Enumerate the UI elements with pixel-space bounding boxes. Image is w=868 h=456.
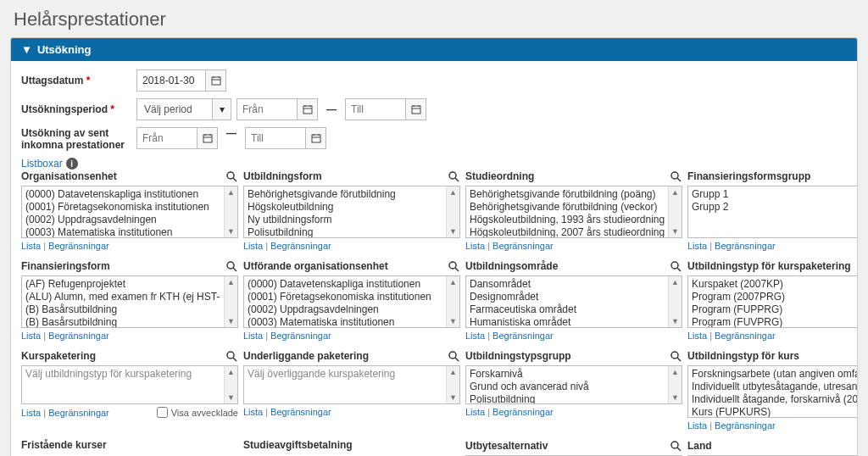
period-from[interactable] xyxy=(236,98,318,120)
calendar-icon[interactable] xyxy=(197,128,217,148)
studieavgift-cell: Studieavgiftsbetalning xyxy=(243,439,465,456)
utbildningsform-title: Utbildningsform xyxy=(243,170,322,182)
scrollbar[interactable]: ▲▼ xyxy=(446,186,459,237)
chevron-down-icon[interactable]: ▾ xyxy=(212,99,231,120)
utb-typ-kurspaketering-listbox[interactable]: Kurspaket (2007KP) Program (2007PRG) Pro… xyxy=(687,275,858,328)
info-icon[interactable]: i xyxy=(66,158,78,170)
search-icon[interactable] xyxy=(447,170,460,183)
period-select[interactable]: Välj period ▾ xyxy=(136,98,231,120)
lista-link[interactable]: Lista xyxy=(243,241,263,251)
period-from-input[interactable] xyxy=(237,99,297,120)
calendar-icon[interactable] xyxy=(297,99,317,120)
begransningar-link[interactable]: Begränsningar xyxy=(492,331,554,341)
listboxar-link[interactable]: Listboxar xyxy=(21,158,63,170)
org-enhet-title: Organisationsenhet xyxy=(21,170,117,182)
begransningar-link[interactable]: Begränsningar xyxy=(270,331,331,341)
scrollbar[interactable]: ▲▼ xyxy=(668,366,682,403)
search-icon[interactable] xyxy=(669,349,682,363)
svg-line-31 xyxy=(455,268,459,271)
search-icon[interactable] xyxy=(669,170,682,183)
scrollbar[interactable]: ▲▼ xyxy=(668,276,682,327)
begransningar-link[interactable]: Begränsningar xyxy=(715,241,776,251)
calendar-icon[interactable] xyxy=(305,128,326,148)
lista-link[interactable]: Lista xyxy=(465,241,485,251)
org-enhet-listbox[interactable]: (0000) Datavetenskapliga institutionen (… xyxy=(21,186,238,238)
svg-point-40 xyxy=(671,352,678,359)
utforande-org-title: Utförande organisationsenhet xyxy=(243,260,388,272)
begransningar-link[interactable]: Begränsningar xyxy=(715,420,776,431)
uttagsdatum-label: Uttagsdatum * xyxy=(21,75,131,86)
finans-form-cell: Finansieringsform (AF) Refugenprojektet … xyxy=(21,259,243,349)
period-to-input[interactable] xyxy=(346,99,405,120)
svg-point-44 xyxy=(671,442,678,448)
svg-line-41 xyxy=(677,358,681,361)
lista-link[interactable]: Lista xyxy=(243,407,263,417)
search-icon[interactable] xyxy=(447,349,460,363)
lista-link[interactable]: Lista xyxy=(687,331,707,341)
lista-link[interactable]: Lista xyxy=(21,241,41,251)
search-icon[interactable] xyxy=(225,170,238,183)
lista-link[interactable]: Lista xyxy=(687,420,707,431)
utsokningsperiod-row: Utsökningsperiod * Välj period ▾ — xyxy=(21,98,847,120)
lista-link[interactable]: Lista xyxy=(21,408,41,418)
sent-from[interactable] xyxy=(136,127,218,149)
panel-header[interactable]: ▼ Utsökning xyxy=(11,38,857,61)
scrollbar[interactable]: ▲▼ xyxy=(668,186,682,237)
lista-link[interactable]: Lista xyxy=(465,407,485,417)
studieordning-listbox[interactable]: Behörighetsgivande förutbildning (poäng)… xyxy=(465,186,682,238)
begransningar-link[interactable]: Begränsningar xyxy=(48,241,109,251)
utbildningsform-listbox[interactable]: Behörighetsgivande förutbildning Högskol… xyxy=(243,186,460,238)
utb-typ-kurs-listbox[interactable]: Forskningsarbete (utan angiven omfattnin… xyxy=(687,365,858,418)
utb-typ-kurs-title: Utbildningstyp för kurs xyxy=(687,350,799,362)
lista-link[interactable]: Lista xyxy=(21,331,41,341)
search-icon[interactable] xyxy=(669,439,682,453)
uttagsdatum-field[interactable] xyxy=(136,70,226,92)
begransningar-link[interactable]: Begränsningar xyxy=(492,241,554,251)
begransningar-link[interactable]: Begränsningar xyxy=(270,407,331,417)
utbildningsomrade-listbox[interactable]: Dansområdet Designområdet Farmaceutiska … xyxy=(465,275,682,328)
period-to[interactable] xyxy=(345,98,426,120)
sent-from-input[interactable] xyxy=(137,128,197,148)
begransningar-link[interactable]: Begränsningar xyxy=(715,331,776,341)
svg-rect-8 xyxy=(412,106,420,114)
uttagsdatum-input[interactable] xyxy=(137,70,205,91)
sent-to[interactable] xyxy=(245,127,326,149)
search-icon[interactable] xyxy=(225,259,238,273)
svg-point-20 xyxy=(227,172,234,179)
begransningar-link[interactable]: Begränsningar xyxy=(48,331,109,341)
search-icon[interactable] xyxy=(447,259,460,273)
underliggande-listbox[interactable]: Välj överliggande kurspaketering ▲▼ xyxy=(243,365,460,404)
lista-link[interactable]: Lista xyxy=(465,331,485,341)
scrollbar[interactable]: ▲▼ xyxy=(446,276,459,327)
utforande-org-listbox[interactable]: (0000) Datavetenskapliga institutionen (… xyxy=(243,275,460,328)
utbildningsomrade-title: Utbildningsområde xyxy=(465,260,558,272)
finans-form-listbox[interactable]: (AF) Refugenprojektet (ALU) Alumn, med e… xyxy=(21,275,238,328)
search-icon[interactable] xyxy=(669,259,682,273)
calendar-icon[interactable] xyxy=(205,70,225,91)
scrollbar[interactable]: ▲▼ xyxy=(446,366,459,403)
utb-typsgrupp-title: Utbildningstypsgrupp xyxy=(465,350,571,362)
scrollbar[interactable]: ▲▼ xyxy=(224,186,237,237)
visa-avvecklade-checkbox[interactable] xyxy=(157,407,168,418)
svg-line-23 xyxy=(455,178,459,181)
begransningar-link[interactable]: Begränsningar xyxy=(48,408,109,418)
studieordning-cell: Studieordning Behörighetsgivande förutbi… xyxy=(465,170,687,259)
sent-to-input[interactable] xyxy=(246,128,305,148)
lista-link[interactable]: Lista xyxy=(243,331,263,341)
scrollbar[interactable]: ▲▼ xyxy=(224,366,237,403)
lista-link[interactable]: Lista xyxy=(687,241,707,251)
utbytesalternativ-cell: Utbytesalternativ Utbytestillfälle, inre… xyxy=(465,439,687,456)
search-icon[interactable] xyxy=(225,349,238,363)
svg-line-45 xyxy=(677,448,681,451)
utb-typsgrupp-listbox[interactable]: Forskarnivå Grund och avancerad nivå Pol… xyxy=(465,365,682,404)
begransningar-link[interactable]: Begränsningar xyxy=(492,407,554,417)
period-select-text: Välj period xyxy=(137,99,212,120)
finans-grupp-listbox[interactable]: Grupp 1 Grupp 2 ▲▼ xyxy=(687,186,858,238)
begransningar-link[interactable]: Begränsningar xyxy=(270,241,331,251)
caret-down-icon: ▼ xyxy=(21,43,32,56)
svg-rect-4 xyxy=(303,106,312,114)
kurspaketering-listbox[interactable]: Välj utbildningstyp för kurspaketering ▲… xyxy=(21,365,238,404)
calendar-icon[interactable] xyxy=(405,99,426,120)
scrollbar[interactable]: ▲▼ xyxy=(224,276,237,327)
finans-grupp-title: Finansieringsformsgrupp xyxy=(687,170,810,182)
